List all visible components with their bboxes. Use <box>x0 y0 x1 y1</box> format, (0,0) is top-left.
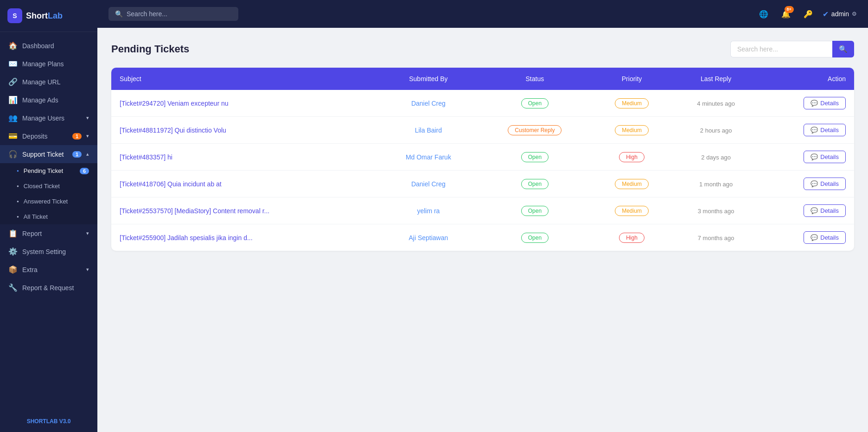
cell-status: Open <box>478 90 591 117</box>
priority-badge: High <box>619 152 645 162</box>
sub-dot-icon: ● <box>17 169 19 173</box>
subject-link[interactable]: [Ticket#294720] Veniam excepteur nu <box>120 100 229 107</box>
cell-submitted-by: yelim ra <box>378 197 478 224</box>
subject-link[interactable]: [Ticket#48811972] Qui distinctio Volu <box>120 127 226 134</box>
sub-item-label: Answered Ticket <box>24 198 68 205</box>
cell-action: 💬 Details <box>760 117 854 144</box>
subject-link[interactable]: [Ticket#483357] hi <box>120 153 172 161</box>
sidebar-item-label: Manage URL <box>22 78 89 86</box>
sidebar-item-dashboard[interactable]: 🏠 Dashboard <box>0 37 97 55</box>
notifications-button[interactable]: 🔔 8+ <box>778 6 794 22</box>
cell-action: 💬 Details <box>760 171 854 197</box>
sidebar-item-label: System Setting <box>22 248 89 255</box>
submitted-by-link[interactable]: Daniel Creg <box>411 180 446 188</box>
page-search-input[interactable] <box>730 41 832 57</box>
logo-blue: Lab <box>48 11 63 20</box>
table-header: Subject Submitted By Status Priority Las… <box>111 68 854 90</box>
sidebar-item-manage-ads[interactable]: 📊 Manage Ads <box>0 91 97 109</box>
sidebar-item-system-setting[interactable]: ⚙️ System Setting <box>0 242 97 260</box>
sidebar-item-answered-ticket[interactable]: ● Answered Ticket <box>0 194 97 209</box>
cell-status: Open <box>478 171 591 197</box>
sub-item-label: Pending Ticket <box>24 167 63 174</box>
details-button[interactable]: 💬 Details <box>804 151 846 163</box>
cell-status: Open <box>478 144 591 171</box>
sidebar-logo: S ShortLab <box>0 0 97 32</box>
sidebar-item-manage-plans[interactable]: ✉️ Manage Plans <box>0 55 97 73</box>
chevron-down-icon: ▾ <box>86 115 89 121</box>
cell-submitted-by: Aji Septiawan <box>378 224 478 251</box>
sidebar-item-manage-url[interactable]: 🔗 Manage URL <box>0 73 97 91</box>
table-row: [Ticket#48811972] Qui distinctio Volu Li… <box>111 117 854 144</box>
submitted-by-link[interactable]: Md Omar Faruk <box>406 153 451 161</box>
sidebar-item-support-ticket[interactable]: 🎧 Support Ticket 1 ▴ <box>0 145 97 163</box>
cell-action: 💬 Details <box>760 197 854 224</box>
last-reply-text: 3 months ago <box>698 208 734 215</box>
submitted-by-link[interactable]: yelim ra <box>417 207 440 215</box>
sidebar-item-extra[interactable]: 📦 Extra ▾ <box>0 260 97 279</box>
sidebar-item-all-ticket[interactable]: ● All Ticket <box>0 209 97 224</box>
extra-icon: 📦 <box>8 265 18 274</box>
submitted-by-link[interactable]: Lila Baird <box>415 127 442 134</box>
page-search-button[interactable]: 🔍 <box>832 41 854 57</box>
sidebar-item-report[interactable]: 📋 Report ▾ <box>0 224 97 242</box>
cell-action: 💬 Details <box>760 224 854 251</box>
sidebar-item-report-request[interactable]: 🔧 Report & Request <box>0 279 97 297</box>
cell-last-reply: 2 hours ago <box>672 117 760 144</box>
cell-action: 💬 Details <box>760 144 854 171</box>
pending-ticket-badge: 6 <box>80 168 89 174</box>
sidebar-item-label: Report & Request <box>22 284 89 292</box>
sidebar-item-manage-users[interactable]: 👥 Manage Users ▾ <box>0 109 97 127</box>
admin-menu[interactable]: ✔ admin ⚙ <box>823 10 857 19</box>
status-badge: Open <box>521 152 549 162</box>
header-search-input[interactable] <box>127 10 229 18</box>
tools-button[interactable]: 🔑 <box>800 6 816 22</box>
logo-white: Short <box>26 11 48 20</box>
details-button[interactable]: 💬 Details <box>804 231 846 244</box>
subject-link[interactable]: [Ticket#418706] Quia incidunt ab at <box>120 180 222 188</box>
report-request-icon: 🔧 <box>8 283 18 292</box>
cell-priority: High <box>591 144 672 171</box>
cell-subject: [Ticket#255900] Jadilah spesialis jika i… <box>111 224 378 251</box>
page-search: 🔍 <box>730 41 854 57</box>
submitted-by-link[interactable]: Daniel Creg <box>411 100 446 107</box>
notifications-badge: 8+ <box>785 6 794 13</box>
cell-subject: [Ticket#294720] Veniam excepteur nu <box>111 90 378 117</box>
col-last-reply: Last Reply <box>672 68 760 90</box>
details-button[interactable]: 💬 Details <box>804 97 846 109</box>
table-row: [Ticket#25537570] [MediaStory] Content r… <box>111 197 854 224</box>
subject-link[interactable]: [Ticket#25537570] [MediaStory] Content r… <box>120 207 269 215</box>
cell-priority: Medium <box>591 117 672 144</box>
comment-icon: 💬 <box>811 153 818 160</box>
page-header: Pending Tickets 🔍 <box>111 41 854 57</box>
subject-link[interactable]: [Ticket#255900] Jadilah spesialis jika i… <box>120 234 253 241</box>
last-reply-text: 4 minutes ago <box>697 100 735 107</box>
table-row: [Ticket#255900] Jadilah spesialis jika i… <box>111 224 854 251</box>
sidebar-item-pending-ticket[interactable]: ● Pending Ticket 6 <box>0 163 97 178</box>
support-ticket-icon: 🎧 <box>8 150 18 159</box>
last-reply-text: 1 month ago <box>699 181 733 188</box>
admin-chevron-icon: ⚙ <box>852 11 857 17</box>
chevron-down-icon: ▾ <box>86 133 89 139</box>
sub-item-label: All Ticket <box>24 213 48 220</box>
page-title: Pending Tickets <box>111 43 189 55</box>
header-search-bar[interactable]: 🔍 <box>108 7 238 21</box>
submitted-by-link[interactable]: Aji Septiawan <box>408 234 448 241</box>
details-button[interactable]: 💬 Details <box>804 124 846 136</box>
col-subject: Subject <box>111 68 378 90</box>
cell-last-reply: 3 months ago <box>672 197 760 224</box>
deposits-icon: 💳 <box>8 132 18 140</box>
cell-submitted-by: Lila Baird <box>378 117 478 144</box>
globe-button[interactable]: 🌐 <box>756 6 772 22</box>
status-badge: Customer Reply <box>508 125 562 135</box>
sidebar-item-closed-ticket[interactable]: ● Closed Ticket <box>0 178 97 194</box>
details-button[interactable]: 💬 Details <box>804 178 846 190</box>
wrench-icon: 🔑 <box>804 10 813 19</box>
table-body: [Ticket#294720] Veniam excepteur nu Dani… <box>111 90 854 251</box>
status-badge: Open <box>521 179 549 189</box>
details-button[interactable]: 💬 Details <box>804 204 846 217</box>
priority-badge: Medium <box>615 125 649 135</box>
cell-subject: [Ticket#25537570] [MediaStory] Content r… <box>111 197 378 224</box>
sidebar-item-label: Manage Plans <box>22 60 89 68</box>
logo-icon: S <box>7 8 22 23</box>
sidebar-item-deposits[interactable]: 💳 Deposits 1 ▾ <box>0 127 97 145</box>
